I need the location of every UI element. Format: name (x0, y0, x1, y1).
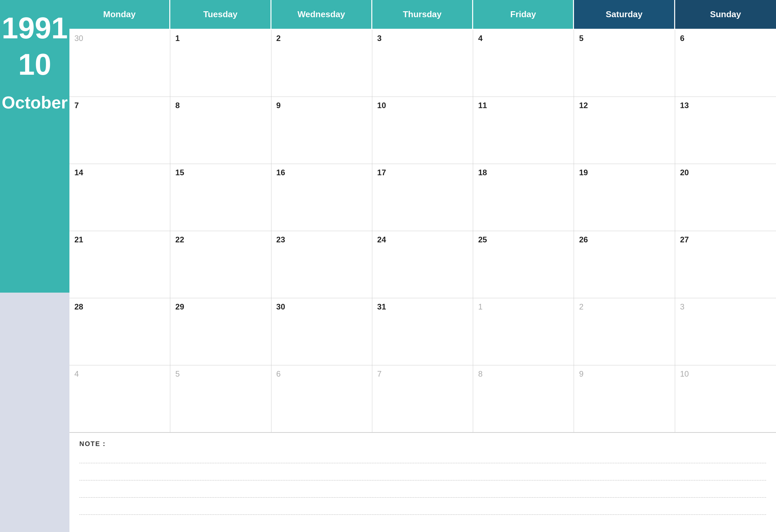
day-cell[interactable]: 7 (372, 365, 473, 432)
header-cell-tuesday: Tuesday (170, 0, 271, 30)
day-cell[interactable]: 20 (675, 164, 776, 231)
calendar-main: MondayTuesdayWednesdayThursdayFridaySatu… (69, 0, 776, 532)
note-line-4 (79, 505, 766, 515)
day-number: 8 (175, 101, 266, 110)
day-number: 29 (175, 302, 266, 312)
day-number: 23 (276, 235, 367, 244)
day-cell[interactable]: 4 (473, 30, 574, 97)
day-cell[interactable]: 8 (170, 97, 271, 164)
day-cell[interactable]: 23 (271, 231, 372, 298)
day-number: 6 (276, 369, 367, 379)
day-cell[interactable]: 10 (372, 97, 473, 164)
day-number: 27 (680, 235, 771, 244)
day-number: 5 (579, 34, 669, 43)
day-number: 19 (579, 168, 669, 177)
day-cell[interactable]: 7 (69, 97, 170, 164)
notes-section: NOTE： (69, 432, 776, 532)
day-cell[interactable]: 9 (574, 365, 675, 432)
day-cell[interactable]: 1 (473, 298, 574, 365)
calendar-sidebar: 1991 10 October (0, 0, 69, 532)
day-cell[interactable]: 18 (473, 164, 574, 231)
day-cell[interactable]: 2 (574, 298, 675, 365)
header-cell-sunday: Sunday (675, 0, 776, 30)
day-cell[interactable]: 3 (675, 298, 776, 365)
day-cell[interactable]: 5 (170, 365, 271, 432)
day-cell[interactable]: 6 (271, 365, 372, 432)
day-number: 17 (377, 168, 468, 177)
day-number: 2 (276, 34, 367, 43)
day-cell[interactable]: 13 (675, 97, 776, 164)
day-cell[interactable]: 29 (170, 298, 271, 365)
day-number: 28 (74, 302, 165, 312)
note-line-3 (79, 488, 766, 498)
day-cell[interactable]: 4 (69, 365, 170, 432)
day-cell[interactable]: 27 (675, 231, 776, 298)
year-label: 1991 (2, 13, 68, 43)
calendar-header: MondayTuesdayWednesdayThursdayFridaySatu… (69, 0, 776, 30)
day-cell[interactable]: 14 (69, 164, 170, 231)
day-number: 4 (74, 369, 165, 379)
day-cell[interactable]: 17 (372, 164, 473, 231)
day-cell[interactable]: 5 (574, 30, 675, 97)
day-cell[interactable]: 1 (170, 30, 271, 97)
header-cell-wednesday: Wednesday (271, 0, 372, 30)
day-cell[interactable]: 12 (574, 97, 675, 164)
header-cell-monday: Monday (69, 0, 170, 30)
day-cell[interactable]: 22 (170, 231, 271, 298)
day-cell[interactable]: 19 (574, 164, 675, 231)
day-number: 8 (478, 369, 569, 379)
day-number: 3 (377, 34, 468, 43)
day-cell[interactable]: 9 (271, 97, 372, 164)
day-cell[interactable]: 21 (69, 231, 170, 298)
day-number: 2 (579, 302, 669, 312)
month-number-label: 10 (18, 50, 51, 79)
day-cell[interactable]: 3 (372, 30, 473, 97)
day-number: 7 (377, 369, 468, 379)
day-number: 4 (478, 34, 569, 43)
day-number: 7 (74, 101, 165, 110)
day-number: 1 (478, 302, 569, 312)
day-number: 20 (680, 168, 771, 177)
day-cell[interactable]: 6 (675, 30, 776, 97)
day-number: 10 (377, 101, 468, 110)
month-name-label: October (2, 93, 67, 113)
day-number: 16 (276, 168, 367, 177)
day-number: 31 (377, 302, 468, 312)
day-number: 24 (377, 235, 468, 244)
day-number: 11 (478, 101, 569, 110)
day-number: 6 (680, 34, 771, 43)
day-number: 26 (579, 235, 669, 244)
day-cell[interactable]: 11 (473, 97, 574, 164)
day-cell[interactable]: 15 (170, 164, 271, 231)
day-cell[interactable]: 30 (69, 30, 170, 97)
day-number: 5 (175, 369, 266, 379)
day-cell[interactable]: 25 (473, 231, 574, 298)
calendar-container: 1991 10 October MondayTuesdayWednesdayTh… (0, 0, 776, 532)
day-cell[interactable]: 31 (372, 298, 473, 365)
day-cell[interactable]: 24 (372, 231, 473, 298)
day-cell[interactable]: 30 (271, 298, 372, 365)
day-cell[interactable]: 26 (574, 231, 675, 298)
day-cell[interactable]: 28 (69, 298, 170, 365)
day-number: 1 (175, 34, 266, 43)
note-line-1 (79, 453, 766, 463)
day-number: 13 (680, 101, 771, 110)
day-number: 10 (680, 369, 771, 379)
day-number: 30 (74, 34, 165, 43)
day-cell[interactable]: 8 (473, 365, 574, 432)
day-number: 3 (680, 302, 771, 312)
day-cell[interactable]: 2 (271, 30, 372, 97)
note-line-2 (79, 471, 766, 481)
day-number: 9 (276, 101, 367, 110)
day-cell[interactable]: 10 (675, 365, 776, 432)
day-number: 25 (478, 235, 569, 244)
day-number: 12 (579, 101, 669, 110)
day-number: 30 (276, 302, 367, 312)
header-cell-saturday: Saturday (574, 0, 675, 30)
day-cell[interactable]: 16 (271, 164, 372, 231)
header-cell-friday: Friday (473, 0, 574, 30)
day-number: 15 (175, 168, 266, 177)
calendar-grid: 3012345678910111213141516171819202122232… (69, 30, 776, 432)
day-number: 18 (478, 168, 569, 177)
day-number: 14 (74, 168, 165, 177)
